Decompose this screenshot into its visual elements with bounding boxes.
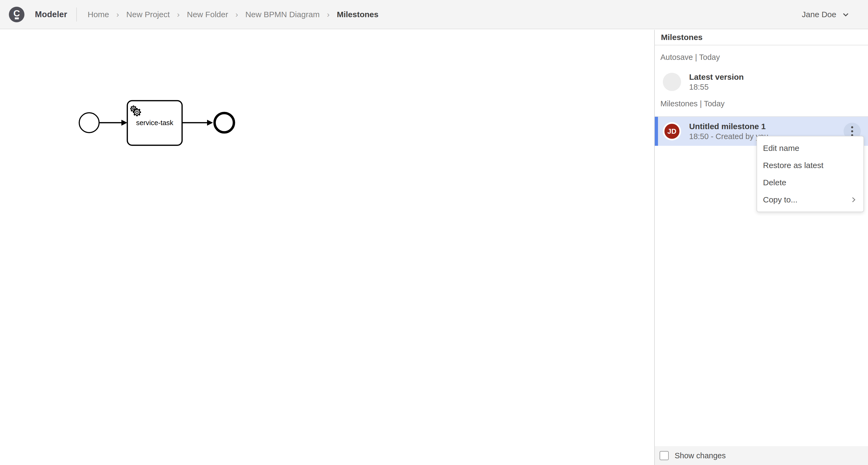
menu-item-label: Edit name — [763, 144, 799, 153]
start-event-shape — [79, 113, 99, 133]
menu-item-label: Delete — [763, 178, 786, 187]
app: C Modeler Home › New Project › New Folde… — [0, 0, 868, 465]
menu-item-edit-name[interactable]: Edit name — [757, 140, 863, 157]
autosave-section-label: Autosave | Today — [655, 53, 868, 62]
menu-item-label: Restore as latest — [763, 161, 824, 170]
breadcrumb: Home › New Project › New Folder › New BP… — [88, 10, 378, 19]
breadcrumb-home[interactable]: Home — [88, 10, 109, 19]
milestones-section-label: Milestones | Today — [655, 99, 868, 108]
show-changes-checkbox[interactable] — [660, 451, 669, 460]
avatar: JD — [663, 122, 681, 141]
panel-footer: Show changes — [655, 446, 868, 465]
menu-item-label: Copy to... — [763, 195, 797, 204]
breadcrumb-separator-icon: › — [116, 10, 119, 19]
chevron-down-icon — [841, 10, 850, 19]
user-menu-button[interactable]: Jane Doe — [802, 10, 850, 19]
end-event-shape — [215, 113, 234, 132]
latest-version-time: 18:55 — [689, 82, 744, 92]
top-header: C Modeler Home › New Project › New Folde… — [0, 0, 868, 29]
diagram-canvas[interactable]: service-task — [0, 30, 654, 465]
user-name: Jane Doe — [802, 10, 836, 19]
menu-item-copy-to[interactable]: Copy to... — [757, 191, 863, 208]
header-divider — [76, 7, 77, 22]
breadcrumb-separator-icon: › — [327, 10, 330, 19]
breadcrumb-new-bpmn-diagram[interactable]: New BPMN Diagram — [245, 10, 319, 19]
app-name[interactable]: Modeler — [35, 10, 67, 19]
sequence-flow-arrowhead — [207, 120, 213, 126]
breadcrumb-separator-icon: › — [235, 10, 238, 19]
breadcrumb-separator-icon: › — [177, 10, 180, 19]
chevron-right-icon — [849, 196, 858, 204]
logo-letter: C — [13, 8, 20, 18]
header-left: C Modeler Home › New Project › New Folde… — [9, 7, 378, 22]
milestones-panel: Milestones Autosave | Today Latest versi… — [654, 30, 868, 465]
breadcrumb-new-folder[interactable]: New Folder — [187, 10, 228, 19]
panel-title: Milestones — [655, 30, 868, 45]
service-task-label: service-task — [136, 119, 174, 127]
milestone-context-menu: Edit name Restore as latest Delete Copy … — [756, 136, 864, 212]
sequence-flow-arrowhead — [121, 120, 127, 126]
menu-item-restore-as-latest[interactable]: Restore as latest — [757, 157, 863, 174]
breadcrumb-new-project[interactable]: New Project — [126, 10, 170, 19]
bpmn-diagram: service-task — [72, 92, 250, 156]
breadcrumb-current-milestones: Milestones — [337, 10, 378, 19]
milestone-title: Untitled milestone 1 — [689, 121, 768, 131]
camunda-logo-icon[interactable]: C — [9, 7, 25, 22]
latest-version-item[interactable]: Latest version 18:55 — [655, 72, 868, 92]
show-changes-label: Show changes — [675, 451, 726, 460]
avatar — [663, 73, 681, 91]
menu-item-delete[interactable]: Delete — [757, 174, 863, 191]
latest-version-title: Latest version — [689, 72, 744, 82]
selection-indicator — [655, 117, 658, 146]
